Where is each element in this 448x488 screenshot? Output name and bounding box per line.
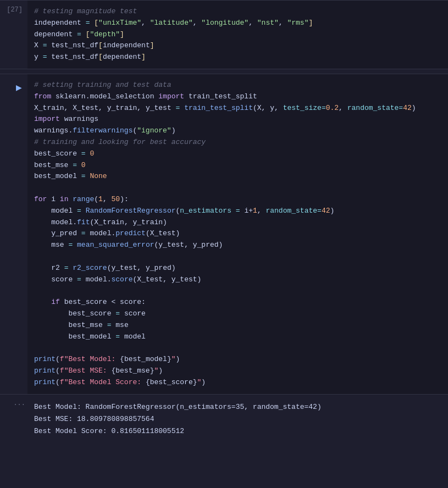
cell-28-content[interactable]: # setting training and test data from sk…	[27, 74, 448, 394]
output-cell-28: ··· Best Model: RandomForestRegressor(n_…	[0, 396, 448, 443]
cell-28: ▶ # setting training and test data from …	[0, 74, 448, 395]
output-28-label: ···	[13, 401, 25, 409]
cell-28-code: # setting training and test data from sk…	[34, 80, 441, 389]
output-line-3: Best Model Score: 0.816501118005512	[34, 425, 441, 437]
run-button-28[interactable]: ▶	[13, 79, 25, 96]
output-28-content: Best Model: RandomForestRegressor(n_esti…	[27, 396, 448, 443]
notebook: [27] # testing magnitude test independen…	[0, 0, 448, 443]
output-line-2: Best MSE: 18.809780898857564	[34, 413, 441, 425]
cell-27-code: # testing magnitude test independent = […	[34, 6, 441, 63]
cell-27-content[interactable]: # testing magnitude test independent = […	[27, 1, 448, 69]
cell-27: [27] # testing magnitude test independen…	[0, 0, 448, 69]
cell-28-gutter: ▶	[0, 74, 27, 394]
output-28-gutter: ···	[0, 396, 27, 443]
cell-27-gutter: [27]	[0, 1, 27, 69]
output-line-1: Best Model: RandomForestRegressor(n_esti…	[34, 401, 441, 413]
cell-27-label: [27]	[7, 6, 25, 14]
